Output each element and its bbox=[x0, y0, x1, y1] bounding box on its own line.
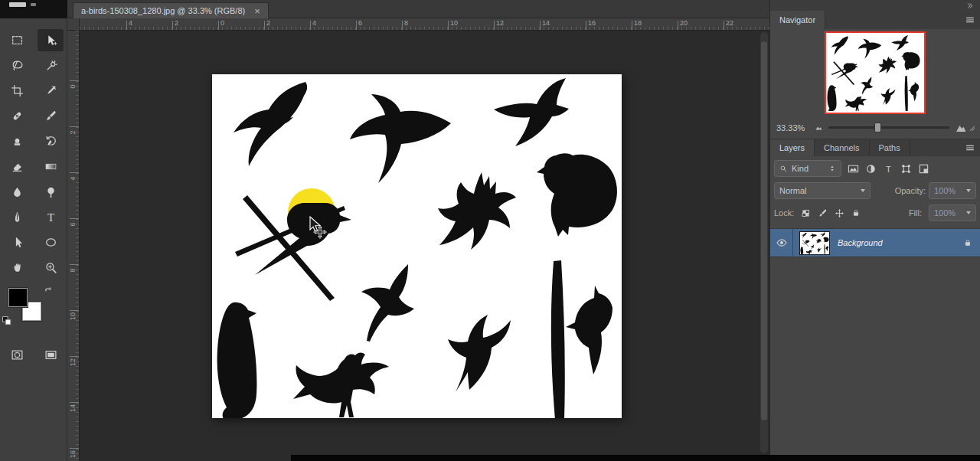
tool-screen-mode[interactable] bbox=[38, 345, 64, 365]
ellipse-shape-icon bbox=[44, 236, 57, 249]
ruler-label: 6 bbox=[69, 218, 77, 230]
layer-thumbnail[interactable] bbox=[799, 231, 830, 255]
move-cursor-icon bbox=[299, 209, 330, 240]
ruler-label: 16 bbox=[588, 19, 596, 27]
lock-all-icon[interactable] bbox=[851, 208, 861, 217]
default-colors-icon[interactable] bbox=[2, 316, 11, 325]
tool-clone-stamp[interactable] bbox=[4, 130, 30, 152]
ruler-tick bbox=[586, 21, 586, 30]
tool-dodge[interactable] bbox=[38, 181, 64, 203]
vertical-scrollbar-thumb[interactable] bbox=[761, 41, 767, 420]
document-canvas[interactable] bbox=[212, 74, 622, 418]
tool-rectangular-marquee[interactable] bbox=[4, 29, 30, 51]
ruler-label: 10 bbox=[450, 19, 458, 27]
zoom-in-icon[interactable] bbox=[955, 122, 967, 134]
ruler-tick bbox=[172, 21, 173, 30]
tool-healing-brush[interactable] bbox=[4, 105, 30, 127]
tab-layers[interactable]: Layers bbox=[770, 139, 815, 156]
tool-zoom[interactable] bbox=[38, 257, 64, 279]
zoom-slider-track[interactable] bbox=[828, 126, 949, 129]
document-tab-bar: a-birds-150308_1280.jpg @ 33.3% (RGB/8) … bbox=[67, 0, 769, 18]
ruler-tick bbox=[310, 21, 311, 30]
navigator-proxy-view[interactable] bbox=[826, 33, 924, 113]
spinner-arrows-icon bbox=[828, 165, 836, 172]
layers-tab-bar: Layers Channels Paths bbox=[770, 139, 980, 156]
tool-quick-selection[interactable] bbox=[38, 54, 64, 77]
tab-paths[interactable]: Paths bbox=[870, 139, 910, 156]
layer-filter-row: Kind T bbox=[774, 160, 976, 177]
canvas-area: 420246810121416182022 0246810121416 bbox=[67, 18, 769, 461]
fill-dropdown[interactable]: 100% bbox=[929, 204, 976, 221]
blend-mode-dropdown[interactable]: Normal bbox=[774, 182, 871, 199]
hand-icon bbox=[11, 261, 24, 274]
filter-smart-object-icon[interactable] bbox=[918, 163, 929, 175]
zoom-out-icon[interactable] bbox=[815, 123, 823, 132]
kind-filter-label: Kind bbox=[792, 164, 808, 173]
vertical-scrollbar[interactable] bbox=[760, 32, 768, 453]
filter-pixel-layers-icon[interactable] bbox=[848, 163, 859, 175]
lock-transparency-icon[interactable] bbox=[801, 208, 811, 218]
tool-eyedropper[interactable] bbox=[38, 80, 64, 102]
ruler-tick bbox=[724, 21, 724, 30]
ruler-label: 22 bbox=[726, 19, 733, 27]
filter-shape-layers-icon[interactable] bbox=[900, 163, 912, 175]
foreground-color-swatch[interactable] bbox=[8, 288, 28, 307]
ruler-label: 2 bbox=[266, 19, 270, 27]
ruler-tick bbox=[218, 21, 219, 30]
blend-row: Normal Opacity: 100% bbox=[774, 182, 976, 199]
ruler-label: 4 bbox=[312, 19, 316, 27]
video-mark bbox=[9, 2, 26, 7]
ruler-label: 4 bbox=[69, 172, 77, 185]
tab-navigator[interactable]: Navigator bbox=[770, 11, 825, 29]
ruler-origin-corner[interactable] bbox=[67, 18, 80, 31]
tool-pen[interactable] bbox=[4, 206, 30, 228]
visibility-toggle[interactable] bbox=[770, 229, 793, 257]
tool-blur[interactable] bbox=[4, 181, 30, 203]
tool-quick-mask[interactable] bbox=[4, 345, 30, 365]
tab-channels[interactable]: Channels bbox=[815, 139, 869, 156]
layers-menu-icon[interactable] bbox=[965, 142, 975, 153]
filter-adjustment-layers-icon[interactable] bbox=[865, 163, 877, 175]
tool-hand[interactable] bbox=[4, 257, 30, 279]
ruler-label: 14 bbox=[69, 402, 77, 414]
kind-filter-dropdown[interactable]: Kind bbox=[774, 160, 841, 177]
tool-path-selection[interactable] bbox=[4, 231, 30, 253]
tool-lasso[interactable] bbox=[4, 54, 30, 77]
ruler-tick bbox=[448, 21, 449, 30]
blur-icon bbox=[11, 185, 24, 198]
swap-colors-icon[interactable] bbox=[44, 286, 53, 295]
dropdown-arrow-icon bbox=[861, 189, 865, 192]
tool-extras bbox=[0, 343, 67, 366]
tool-gradient[interactable] bbox=[38, 155, 64, 178]
lock-position-icon[interactable] bbox=[835, 208, 844, 218]
layer-row-background[interactable]: Background bbox=[770, 229, 980, 257]
tool-history-brush[interactable] bbox=[38, 130, 64, 152]
video-overlay-strip bbox=[0, 0, 67, 18]
lock-pixels-icon[interactable] bbox=[818, 208, 828, 218]
document-tab[interactable]: a-birds-150308_1280.jpg @ 33.3% (RGB/8) … bbox=[73, 2, 269, 18]
ruler-label: 2 bbox=[69, 126, 77, 139]
tool-move[interactable] bbox=[38, 29, 64, 51]
tool-type[interactable]: T bbox=[38, 206, 64, 228]
navigator-zoom-field[interactable]: 33.33% bbox=[776, 123, 815, 132]
tab-close-button[interactable]: × bbox=[254, 6, 260, 16]
navigator-menu-icon[interactable] bbox=[965, 15, 975, 25]
panel-resize-grip[interactable] bbox=[967, 123, 975, 132]
collapse-panels-icon[interactable] bbox=[965, 2, 974, 10]
pen-icon bbox=[11, 211, 24, 224]
tool-crop[interactable] bbox=[4, 80, 30, 102]
fill-label: Fill: bbox=[909, 208, 922, 217]
quick-mask-icon bbox=[11, 348, 24, 361]
zoom-slider-thumb[interactable] bbox=[874, 123, 881, 132]
ruler-label: 12 bbox=[69, 356, 77, 368]
tool-eraser[interactable] bbox=[4, 155, 30, 178]
layer-name: Background bbox=[838, 238, 883, 247]
navigator-thumbnail bbox=[826, 34, 921, 111]
filter-type-layers-icon[interactable]: T bbox=[883, 163, 894, 175]
photoshop-window: a-birds-150308_1280.jpg @ 33.3% (RGB/8) … bbox=[0, 0, 980, 461]
opacity-dropdown[interactable]: 100% bbox=[929, 182, 976, 199]
tool-ellipse-shape[interactable] bbox=[38, 231, 64, 253]
eye-icon bbox=[776, 237, 788, 249]
ruler-label: 2 bbox=[175, 19, 178, 27]
tool-brush[interactable] bbox=[38, 105, 64, 127]
